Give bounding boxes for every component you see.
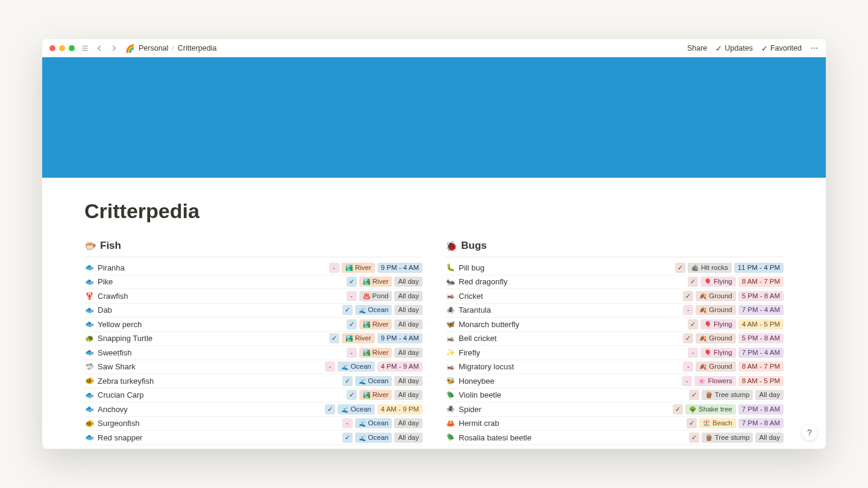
list-item[interactable]: 🦋Monarch butterfly✓🎈Flying4 AM - 5 PM (445, 318, 784, 332)
caught-tag[interactable]: ✓ (329, 333, 339, 343)
time-tag[interactable]: All day (394, 418, 423, 428)
time-tag[interactable]: 11 PM - 4 PM (734, 263, 784, 273)
caught-tag[interactable]: - (329, 263, 339, 273)
time-tag[interactable]: All day (394, 305, 423, 315)
breadcrumb-current[interactable]: Critterpedia (178, 44, 217, 52)
item-name[interactable]: Pill bug (459, 263, 671, 272)
location-tag[interactable]: 🎈Flying (700, 277, 736, 287)
back-arrow-icon[interactable] (95, 44, 104, 52)
time-tag[interactable]: 8 AM - 7 PM (738, 277, 784, 287)
location-tag[interactable]: 🏞️River (359, 319, 392, 330)
location-tag[interactable]: 🪵Tree stump (702, 433, 753, 443)
location-tag[interactable]: 🌊Ocean (355, 433, 392, 443)
list-item[interactable]: 🐟Dab✓🌊OceanAll day (84, 304, 423, 318)
time-tag[interactable]: All day (755, 433, 784, 443)
location-tag[interactable]: 🏞️River (342, 333, 375, 343)
item-name[interactable]: Firefly (459, 348, 684, 357)
item-name[interactable]: Red snapper (98, 433, 339, 442)
list-item[interactable]: 🪲Rosalia batesi beetle✓🪵Tree stumpAll da… (445, 431, 784, 445)
list-item[interactable]: 🦗Cricket✓🍂Ground5 PM - 8 AM (445, 289, 784, 304)
item-name[interactable]: Bell cricket (459, 334, 679, 343)
item-name[interactable]: Violin beetle (459, 390, 685, 399)
location-tag[interactable]: 🌸Flowers (694, 376, 735, 386)
location-tag[interactable]: 🌊Ocean (355, 376, 392, 386)
time-tag[interactable]: 5 PM - 8 AM (738, 291, 784, 301)
caught-tag[interactable]: - (682, 376, 692, 386)
caught-tag[interactable]: ✓ (325, 404, 335, 414)
list-item[interactable]: 🐟Red snapper✓🌊OceanAll day (84, 431, 423, 445)
item-name[interactable]: Sweetfish (98, 348, 343, 357)
item-name[interactable]: Spider (459, 405, 669, 414)
caught-tag[interactable]: ✓ (675, 263, 685, 273)
caught-tag[interactable]: - (683, 305, 693, 315)
caught-tag[interactable]: ✓ (689, 433, 699, 443)
time-tag[interactable]: 7 PM - 8 AM (738, 404, 784, 414)
time-tag[interactable]: 9 PM - 4 AM (377, 333, 423, 343)
item-name[interactable]: Crucian Carp (98, 390, 343, 399)
item-name[interactable]: Saw Shark (98, 362, 321, 371)
list-item[interactable]: 🐠Zebra turkeyfish✓🌊OceanAll day (84, 374, 423, 389)
list-item[interactable]: 🦈Saw Shark-🌊Ocean4 PM - 9 AM (84, 360, 423, 375)
list-item[interactable]: 🕷️Tarantula-🍂Ground7 PM - 4 AM (445, 304, 784, 318)
time-tag[interactable]: All day (394, 277, 423, 287)
caught-tag[interactable]: ✓ (342, 433, 353, 443)
item-name[interactable]: Yellow perch (98, 320, 343, 329)
item-name[interactable]: Tarantula (459, 305, 679, 314)
breadcrumb-parent[interactable]: Personal (139, 44, 168, 52)
item-name[interactable]: Monarch butterfly (459, 320, 684, 329)
list-item[interactable]: 🐛Pill bug✓🪨Hit rocks11 PM - 4 PM (445, 261, 784, 275)
time-tag[interactable]: All day (394, 291, 423, 301)
time-tag[interactable]: All day (394, 348, 423, 358)
favorited-button[interactable]: ✓ Favorited (761, 44, 802, 53)
caught-tag[interactable]: ✓ (688, 319, 698, 330)
location-tag[interactable]: 🌊Ocean (338, 404, 375, 414)
time-tag[interactable]: 7 PM - 4 AM (738, 305, 784, 315)
list-item[interactable]: 🐟Yellow perch✓🏞️RiverAll day (84, 318, 423, 332)
time-tag[interactable]: All day (394, 319, 423, 330)
help-button[interactable]: ? (802, 425, 817, 440)
list-item[interactable]: ✨Firefly-🎈Flying7 PM - 4 AM (445, 346, 784, 360)
list-item[interactable]: 🦞Crawfish-♨️PondAll day (84, 289, 423, 304)
item-name[interactable]: Dab (98, 305, 339, 314)
time-tag[interactable]: 7 PM - 4 AM (738, 348, 784, 358)
location-tag[interactable]: 🍂Ground (696, 305, 735, 315)
caught-tag[interactable]: ✓ (687, 418, 697, 428)
location-tag[interactable]: 🌊Ocean (355, 305, 392, 315)
item-name[interactable]: Snapping Turtle (98, 334, 326, 343)
location-tag[interactable]: 🪵Tree stump (702, 390, 753, 400)
page-cover[interactable] (42, 57, 826, 178)
location-tag[interactable]: 🏞️River (359, 390, 392, 400)
list-item[interactable]: 🐠Surgeonfish-🌊OceanAll day (84, 417, 423, 431)
location-tag[interactable]: 🏞️River (359, 348, 392, 358)
list-item[interactable]: 🦀Hermit crab✓🏖️Beach7 PM - 8 AM (445, 417, 784, 431)
location-tag[interactable]: 🎈Flying (700, 348, 736, 358)
list-item[interactable]: 🕷️Spider✓🌳Shake tree7 PM - 8 AM (445, 402, 784, 417)
caught-tag[interactable]: - (325, 361, 335, 372)
close-window-icon[interactable] (49, 45, 55, 51)
minimize-window-icon[interactable] (59, 45, 65, 51)
fish-header[interactable]: 🐡 Fish (84, 240, 423, 257)
caught-tag[interactable]: ✓ (342, 376, 353, 386)
location-tag[interactable]: 🏖️Beach (699, 418, 736, 428)
caught-tag[interactable]: ✓ (688, 277, 698, 287)
item-name[interactable]: Crawfish (98, 292, 343, 301)
bugs-header[interactable]: 🐞 Bugs (445, 240, 784, 257)
time-tag[interactable]: 5 PM - 8 AM (738, 333, 784, 343)
item-name[interactable]: Pike (98, 277, 343, 286)
list-item[interactable]: 🐢Snapping Turtle✓🏞️River9 PM - 4 AM (84, 332, 423, 346)
item-name[interactable]: Piranha (98, 263, 326, 272)
more-icon[interactable] (810, 44, 819, 52)
time-tag[interactable]: 4 AM - 5 PM (738, 319, 784, 330)
location-tag[interactable]: 🌳Shake tree (685, 404, 736, 414)
location-tag[interactable]: 🏞️River (359, 277, 392, 287)
list-item[interactable]: 🐟Piranha-🏞️River9 PM - 4 AM (84, 261, 423, 275)
caught-tag[interactable]: - (347, 348, 357, 358)
location-tag[interactable]: 🌊Ocean (338, 361, 375, 372)
list-item[interactable]: 🐝Honeybee-🌸Flowers8 AM - 5 PM (445, 374, 784, 389)
time-tag[interactable]: 7 PM - 8 AM (738, 418, 784, 428)
list-item[interactable]: 🐟Anchovy✓🌊Ocean4 AM - 9 PM (84, 402, 423, 417)
caught-tag[interactable]: ✓ (673, 404, 683, 414)
list-item[interactable]: 🦗Migratory locust-🍂Ground8 AM - 7 PM (445, 360, 784, 375)
caught-tag[interactable]: - (683, 361, 693, 372)
time-tag[interactable]: 4 PM - 9 AM (377, 361, 423, 372)
